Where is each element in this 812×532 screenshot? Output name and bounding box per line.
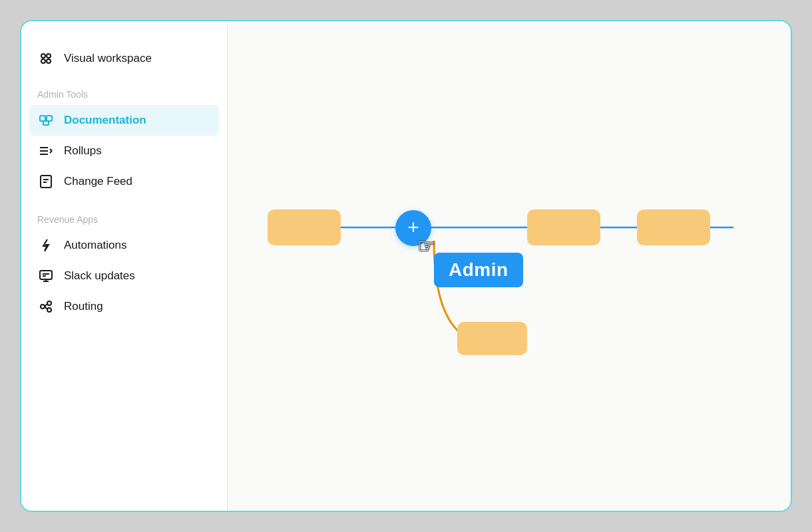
svg-line-23 [45, 304, 47, 307]
sidebar-item-label-automations: Automations [64, 239, 127, 252]
main-content: + Admin ☞ [228, 21, 791, 511]
section-label-revenue-apps: Revenue Apps [21, 202, 227, 230]
flow-canvas: + Admin ☞ [228, 21, 791, 511]
svg-rect-4 [40, 116, 45, 121]
flow-node-3 [637, 209, 710, 245]
sidebar-item-routing[interactable]: Routing [21, 291, 227, 322]
svg-point-3 [47, 59, 51, 63]
plus-button[interactable]: + [395, 210, 431, 246]
sidebar-item-slack-updates[interactable]: Slack updates [21, 261, 227, 291]
sidebar-item-documentation[interactable]: Documentation [29, 105, 219, 136]
svg-point-1 [47, 54, 51, 58]
sidebar-item-label-slack-updates: Slack updates [64, 269, 135, 283]
sidebar-item-rollups[interactable]: Rollups [21, 136, 227, 166]
svg-line-11 [50, 151, 52, 153]
svg-point-2 [41, 59, 45, 63]
svg-point-22 [47, 308, 51, 312]
sidebar-item-label-change-feed: Change Feed [64, 175, 132, 188]
documentation-icon [37, 113, 55, 128]
sidebar-item-label-visual-workspace: Visual workspace [64, 52, 152, 65]
section-label-admin-tools: Admin Tools [21, 77, 227, 105]
svg-rect-6 [43, 121, 49, 125]
app-container: Visual workspace Admin Tools Documentati… [20, 20, 792, 512]
svg-line-24 [45, 307, 47, 309]
sidebar-item-label-documentation: Documentation [64, 114, 146, 127]
plus-icon: + [407, 217, 419, 237]
sidebar: Visual workspace Admin Tools Documentati… [21, 21, 228, 511]
flow-node-4 [457, 322, 527, 355]
sidebar-item-label-rollups: Rollups [64, 144, 102, 158]
routing-icon [37, 299, 55, 314]
svg-point-0 [41, 54, 45, 58]
change-feed-icon [37, 174, 55, 189]
slack-updates-icon [37, 269, 55, 283]
flow-node-2 [527, 209, 600, 245]
admin-tooltip: Admin [434, 253, 523, 287]
sidebar-item-automations[interactable]: Automations [21, 230, 227, 261]
admin-label: Admin [449, 259, 508, 280]
svg-line-10 [50, 149, 52, 151]
sidebar-item-label-routing: Routing [64, 300, 103, 313]
svg-rect-15 [40, 271, 52, 279]
svg-point-20 [41, 305, 45, 309]
sidebar-item-change-feed[interactable]: Change Feed [21, 166, 227, 197]
visual-workspace-icon [37, 51, 55, 66]
sidebar-item-visual-workspace[interactable]: Visual workspace [21, 43, 227, 74]
svg-rect-5 [47, 116, 52, 121]
svg-point-21 [47, 301, 51, 305]
flow-node-1 [268, 209, 341, 245]
rollups-icon [37, 144, 55, 158]
automations-icon [37, 238, 55, 253]
